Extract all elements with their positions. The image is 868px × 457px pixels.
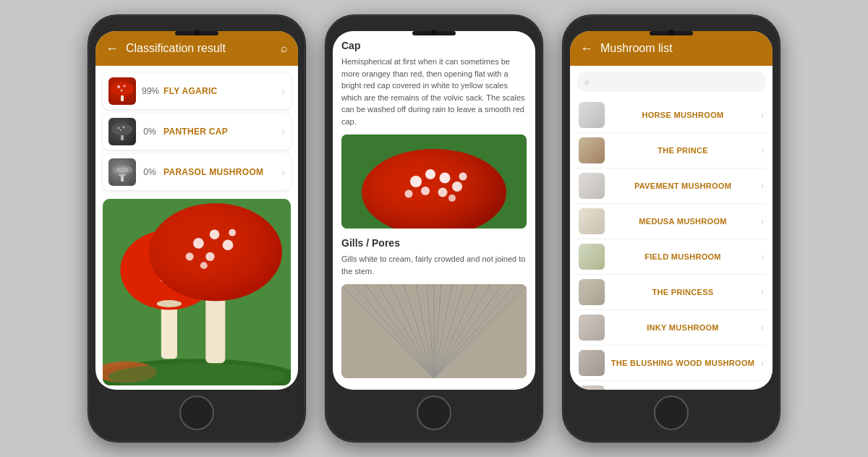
mushroom-thumb-6 xyxy=(579,279,605,305)
mushroom-chevron-5: › xyxy=(761,252,764,262)
parasol-name: PARASOL MUSHROOM xyxy=(163,167,276,177)
svg-rect-24 xyxy=(205,296,225,363)
back-button-3[interactable]: ← xyxy=(580,41,593,56)
cap-detail-image xyxy=(341,134,527,228)
svg-point-8 xyxy=(123,127,125,129)
cap-section-text: Hemispherical at first when it can somet… xyxy=(341,56,527,127)
mushroom-name-3: PAVEMENT MUSHROOM xyxy=(610,181,755,190)
parasol-chevron: › xyxy=(281,166,285,178)
mushroom-thumb-9 xyxy=(579,385,605,390)
panther-chevron: › xyxy=(281,126,285,137)
mushroom-item-2[interactable]: THE PRINCE › xyxy=(576,133,767,168)
svg-point-14 xyxy=(119,174,126,176)
svg-point-42 xyxy=(440,173,451,184)
svg-point-3 xyxy=(124,85,126,87)
svg-point-7 xyxy=(118,127,120,129)
mushroom-item-8[interactable]: THE BLUSHING WOOD MUSHROOM › xyxy=(576,346,767,381)
search-icon-sm: ⌕ xyxy=(584,77,590,87)
panther-thumb-image xyxy=(109,118,136,145)
svg-point-34 xyxy=(200,262,208,269)
panther-percent: 0% xyxy=(142,127,158,137)
mushroom-item-6[interactable]: THE PRINCESS › xyxy=(576,275,767,310)
mushroom-name-7: INKY MUSHROOM xyxy=(610,323,755,332)
result-item-panther[interactable]: 0% PANTHER CAP › xyxy=(103,114,291,150)
mushroom-chevron-4: › xyxy=(761,216,764,226)
result-thumb-parasol xyxy=(109,158,136,186)
fly-thumb-image xyxy=(109,77,136,105)
svg-point-33 xyxy=(229,229,236,236)
result-thumb-fly xyxy=(109,77,136,105)
mushroom-chevron-1: › xyxy=(761,110,764,120)
phone-1: ← Classification result ⌕ xyxy=(88,15,305,442)
result-item-parasol[interactable]: 0% PARASOL MUSHROOM › xyxy=(103,154,291,190)
parasol-percent: 0% xyxy=(142,167,158,177)
mushroom-name-1: HORSE MUSHROOM xyxy=(610,111,755,119)
svg-point-6 xyxy=(112,124,132,135)
mushroom-name-2: THE PRINCE xyxy=(610,146,755,155)
svg-point-9 xyxy=(120,129,122,131)
svg-point-23 xyxy=(157,300,182,307)
mushroom-item-4[interactable]: MEDUSA MUSHROOM › xyxy=(576,204,767,239)
svg-point-47 xyxy=(459,173,467,181)
svg-point-40 xyxy=(410,176,422,187)
mushroom-name-4: MEDUSA MUSHROOM xyxy=(610,217,755,226)
svg-point-30 xyxy=(223,240,234,251)
mushroom-item-5[interactable]: FIELD MUSHROOM › xyxy=(576,239,767,275)
result-thumb-panther xyxy=(109,118,136,145)
mushroom-chevron-6: › xyxy=(761,287,764,297)
main-mushroom-image xyxy=(103,199,291,385)
svg-rect-5 xyxy=(121,95,124,101)
phones-container: ← Classification result ⌕ xyxy=(0,0,868,457)
mushroom-scene xyxy=(103,199,291,385)
mushroom-thumb-5 xyxy=(579,244,605,270)
panther-name: PANTHER CAP xyxy=(163,127,276,137)
phone-3-screen: ← Mushroom list ⌕ HORSE MUSHROOM › T xyxy=(570,31,773,390)
svg-point-12 xyxy=(116,167,129,173)
result-list: 99% FLY AGARIC › xyxy=(95,66,298,195)
svg-point-41 xyxy=(425,169,435,179)
svg-point-43 xyxy=(452,181,462,192)
app-title-3: Mushroom list xyxy=(600,42,762,55)
screen2: Cap Hemispherical at first when it can s… xyxy=(333,31,535,390)
svg-point-2 xyxy=(117,85,120,88)
mushroom-item-3[interactable]: PAVEMENT MUSHROOM › xyxy=(576,168,767,204)
back-button-1[interactable]: ← xyxy=(106,41,119,56)
svg-rect-17 xyxy=(161,305,177,359)
parasol-thumb-image xyxy=(109,158,136,186)
mushroom-item-9[interactable]: WOOD MUSHROOM › xyxy=(576,381,767,390)
screen1: ← Classification result ⌕ xyxy=(95,31,298,390)
mushroom-thumb-7 xyxy=(579,315,605,341)
mushroom-item-7[interactable]: INKY MUSHROOM › xyxy=(576,310,767,346)
phone-2-screen: Cap Hemispherical at first when it can s… xyxy=(333,31,535,390)
svg-point-46 xyxy=(405,190,413,198)
svg-point-32 xyxy=(186,252,194,260)
svg-point-31 xyxy=(205,252,214,261)
cap-section-title: Cap xyxy=(341,40,527,51)
search-icon-1[interactable]: ⌕ xyxy=(281,42,288,55)
svg-point-4 xyxy=(121,90,123,92)
gills-section-title: Gills / Pores xyxy=(341,237,527,249)
mushroom-thumb-3 xyxy=(579,173,605,199)
search-input[interactable] xyxy=(594,76,758,87)
cap-mushroom-visual xyxy=(341,134,527,228)
mushroom-name-8: THE BLUSHING WOOD MUSHROOM xyxy=(610,359,755,367)
mushroom-name-6: THE PRINCESS xyxy=(610,288,755,296)
phone-3-speaker xyxy=(668,30,674,35)
mushroom-chevron-2: › xyxy=(761,145,764,155)
phone-1-screen: ← Classification result ⌕ xyxy=(95,31,298,390)
svg-point-27 xyxy=(149,203,282,301)
phone-2: Cap Hemispherical at first when it can s… xyxy=(326,15,542,442)
mushroom-chevron-7: › xyxy=(761,323,764,333)
svg-rect-10 xyxy=(121,135,124,140)
search-bar[interactable]: ⌕ xyxy=(577,72,765,92)
fly-agaric-svg xyxy=(103,199,291,385)
fly-chevron: › xyxy=(281,85,285,97)
result-item-fly[interactable]: 99% FLY AGARIC › xyxy=(103,73,291,109)
svg-point-29 xyxy=(210,229,220,239)
mushroom-item-1[interactable]: HORSE MUSHROOM › xyxy=(576,98,767,133)
svg-point-45 xyxy=(438,188,448,197)
phone-2-speaker xyxy=(431,30,437,35)
screen3: ← Mushroom list ⌕ HORSE MUSHROOM › T xyxy=(570,31,773,390)
mushroom-thumb-2 xyxy=(579,137,605,163)
app-title-1: Classification result xyxy=(126,42,281,55)
